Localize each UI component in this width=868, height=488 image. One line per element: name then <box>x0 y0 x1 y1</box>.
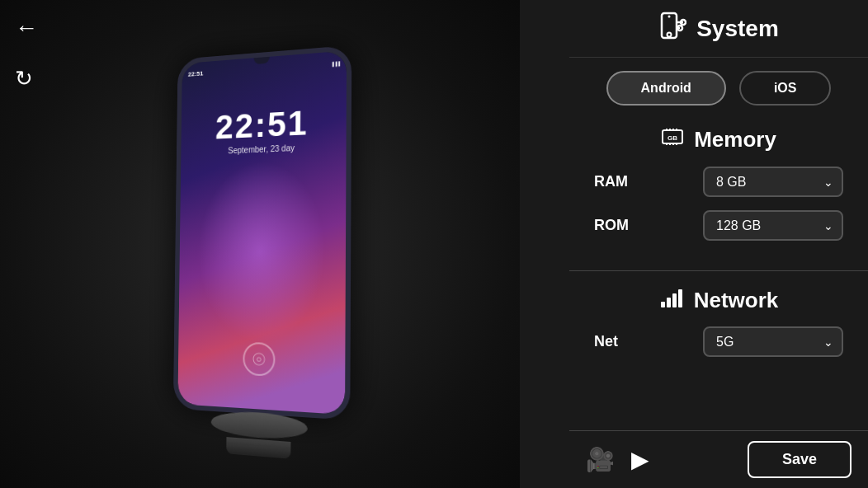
phone-fingerprint-icon: ⦾ <box>243 342 275 377</box>
network-section: Network Net 4G 5G WiFi <box>569 281 868 377</box>
svg-point-16 <box>668 33 672 37</box>
os-toggle: Android iOS <box>569 58 868 119</box>
svg-rect-31 <box>661 302 665 307</box>
phone-clock-time: 22:51 <box>181 101 346 148</box>
svg-point-15 <box>668 16 671 18</box>
play-icon[interactable]: ▶ <box>631 446 649 473</box>
net-row: Net 4G 5G WiFi <box>586 326 851 357</box>
right-panel-outer: 🎨 <box>520 0 868 488</box>
memory-icon: GB <box>661 125 684 153</box>
bottom-bar: 🎥 ▶ Save <box>569 430 868 488</box>
network-icon <box>659 289 684 313</box>
video-record-icon[interactable]: 🎥 <box>586 446 615 473</box>
net-label: Net <box>594 333 618 350</box>
net-select[interactable]: 4G 5G WiFi <box>703 326 843 357</box>
rom-label: ROM <box>594 217 629 234</box>
rom-select-wrapper: 64 GB 128 GB 256 GB 512 GB <box>703 210 843 241</box>
phone-stand <box>226 437 290 459</box>
phone-signal-icons: ▐▐▐ <box>331 61 340 67</box>
bottom-left: 🎥 ▶ <box>586 446 649 473</box>
android-button[interactable]: Android <box>606 71 726 106</box>
rom-row: ROM 64 GB 128 GB 256 GB 512 GB <box>586 210 851 241</box>
ios-button[interactable]: iOS <box>739 71 832 106</box>
phone-body: 22:51 ▐▐▐ 22:51 September, 23 day ⦾ <box>173 45 351 420</box>
right-content: System Android iOS GB <box>569 0 868 488</box>
header-title: System <box>696 16 779 42</box>
network-section-header: Network <box>586 288 851 313</box>
memory-section-header: GB Memory <box>586 125 851 153</box>
phone-status-time: 22:51 <box>188 70 204 78</box>
net-select-wrapper: 4G 5G WiFi <box>703 326 843 357</box>
header: System <box>569 0 868 58</box>
phone-screen: 22:51 ▐▐▐ 22:51 September, 23 day ⦾ <box>177 50 347 415</box>
network-title: Network <box>694 288 779 313</box>
system-icon <box>658 12 686 45</box>
ram-label: RAM <box>594 173 628 190</box>
memory-title: Memory <box>694 127 776 152</box>
svg-rect-34 <box>678 289 682 307</box>
svg-text:GB: GB <box>668 134 677 142</box>
ram-row: RAM 4 GB 6 GB 8 GB 12 GB 16 GB <box>586 167 851 197</box>
refresh-button[interactable]: ↻ <box>15 66 33 92</box>
rom-select[interactable]: 64 GB 128 GB 256 GB 512 GB <box>703 210 843 241</box>
memory-section: GB Memory RAM <box>569 119 868 260</box>
section-divider <box>569 270 868 271</box>
phone-preview: 22:51 ▐▐▐ 22:51 September, 23 day ⦾ <box>172 45 351 464</box>
svg-rect-33 <box>672 293 677 307</box>
ram-select-wrapper: 4 GB 6 GB 8 GB 12 GB 16 GB <box>703 167 843 197</box>
phone-blob <box>196 159 326 345</box>
left-panel: ← ↻ 22:51 ▐▐▐ 22:51 September, 23 day ⦾ <box>0 0 520 488</box>
phone-clock: 22:51 September, 23 day <box>181 101 346 157</box>
phone-notch <box>254 57 270 64</box>
ram-select[interactable]: 4 GB 6 GB 8 GB 12 GB 16 GB <box>703 167 843 197</box>
back-button[interactable]: ← <box>15 15 38 41</box>
save-button[interactable]: Save <box>748 441 851 478</box>
svg-rect-32 <box>667 298 671 307</box>
